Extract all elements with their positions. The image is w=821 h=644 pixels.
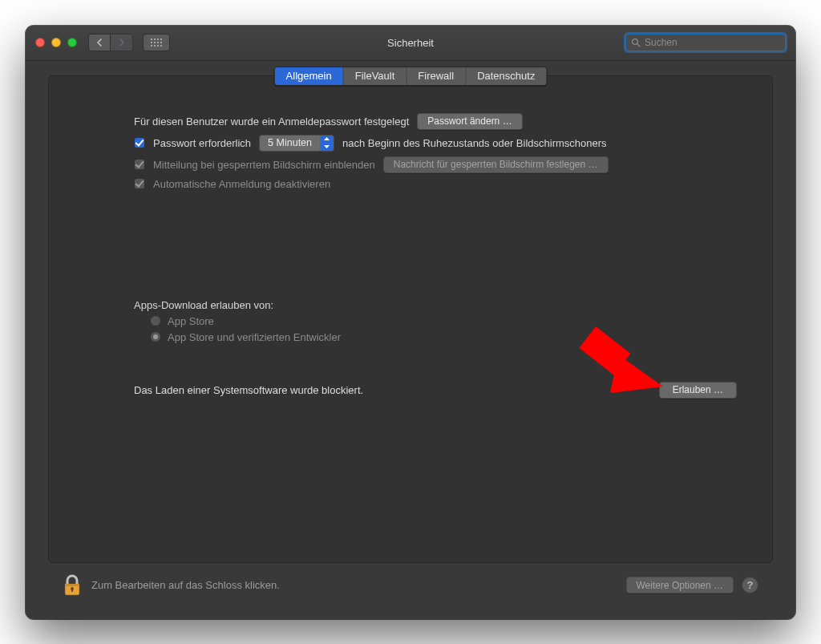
apps-heading: Apps-Download erlauben von:	[134, 299, 737, 311]
disable-autologin-label: Automatische Anmeldung deaktivieren	[153, 178, 330, 190]
apps-radio-identified-label: App Store und verifizierten Entwickler	[168, 331, 341, 343]
disable-autologin-checkbox	[134, 178, 145, 189]
tab-general[interactable]: Allgemein	[275, 67, 344, 85]
traffic-lights	[35, 38, 77, 47]
lock-message-checkbox	[134, 159, 145, 170]
require-password-delay-value: 5 Minuten	[260, 137, 320, 148]
show-all-button[interactable]	[143, 34, 170, 51]
help-button[interactable]: ?	[742, 577, 758, 593]
password-set-text: Für diesen Benutzer wurde ein Anmeldepas…	[134, 115, 409, 128]
allow-button[interactable]: Erlauben …	[659, 382, 737, 399]
apps-radio-identified	[150, 331, 161, 342]
require-password-checkbox[interactable]	[134, 137, 145, 148]
set-lock-message-button: Nachricht für gesperrten Bildschirm fest…	[383, 156, 609, 173]
blocked-software-row: Das Laden einer Systemsoftware wurde blo…	[134, 382, 737, 399]
forward-button[interactable]	[111, 34, 133, 51]
svg-marker-3	[610, 354, 663, 393]
select-stepper-icon	[320, 136, 334, 151]
toolbar-nav	[88, 34, 170, 51]
back-button[interactable]	[88, 34, 111, 51]
tab-privacy[interactable]: Datenschutz	[466, 67, 546, 85]
password-set-row: Für diesen Benutzer wurde ein Anmeldepas…	[134, 113, 737, 130]
tab-firewall[interactable]: Firewall	[406, 67, 466, 85]
apps-radio-appstore-label: App Store	[168, 315, 214, 327]
security-prefs-window: Sicherheit Allgemein FileVault Firewall …	[26, 26, 795, 619]
blocked-software-text: Das Laden einer Systemsoftware wurde blo…	[134, 384, 363, 396]
change-password-button[interactable]: Passwort ändern …	[417, 113, 522, 130]
svg-rect-5	[65, 584, 79, 586]
svg-line-1	[637, 44, 640, 47]
apps-section: Apps-Download erlauben von: App Store Ap…	[134, 299, 737, 343]
footer: Zum Bearbeiten auf das Schloss klicken. …	[48, 563, 773, 608]
minimize-window-button[interactable]	[51, 38, 61, 47]
search-input[interactable]	[645, 37, 780, 48]
titlebar: Sicherheit	[26, 26, 795, 61]
svg-rect-7	[71, 589, 73, 592]
disable-autologin-row: Automatische Anmeldung deaktivieren	[134, 178, 737, 190]
lock-message-label: Mitteilung bei gesperrtem Bildschirm ein…	[153, 159, 375, 171]
apps-radio-appstore	[150, 315, 161, 326]
tab-filevault[interactable]: FileVault	[344, 67, 407, 85]
search-icon	[631, 38, 641, 47]
zoom-window-button[interactable]	[67, 38, 77, 47]
apps-radio-identified-row: App Store und verifizierten Entwickler	[150, 331, 737, 343]
require-password-label: Passwort erforderlich	[153, 137, 251, 149]
general-pane: Allgemein FileVault Firewall Datenschutz…	[48, 75, 773, 563]
apps-radio-appstore-row: App Store	[150, 315, 737, 327]
require-password-row: Passwort erforderlich 5 Minuten nach Beg…	[134, 135, 737, 152]
lock-icon[interactable]	[63, 573, 82, 597]
require-password-after-text: nach Beginn des Ruhezustands oder Bildsc…	[342, 137, 607, 149]
tab-bar: Allgemein FileVault Firewall Datenschutz	[274, 67, 548, 86]
lock-hint-text: Zum Bearbeiten auf das Schloss klicken.	[91, 579, 280, 591]
lock-message-row: Mitteilung bei gesperrtem Bildschirm ein…	[134, 156, 737, 173]
content-area: Allgemein FileVault Firewall Datenschutz…	[26, 61, 795, 619]
search-field[interactable]	[625, 34, 786, 51]
close-window-button[interactable]	[35, 38, 45, 47]
require-password-delay-select[interactable]: 5 Minuten	[259, 135, 334, 152]
advanced-button: Weitere Optionen …	[626, 577, 734, 593]
